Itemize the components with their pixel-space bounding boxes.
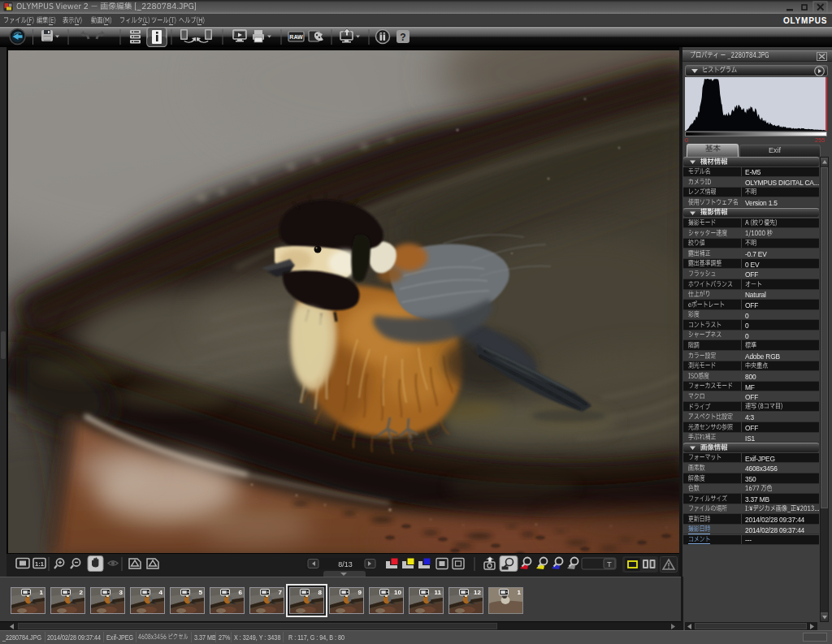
- svg-text:1: 1: [40, 589, 44, 596]
- svg-text:8: 8: [318, 589, 323, 596]
- svg-text:1: 1: [518, 589, 522, 596]
- svg-text:8/13: 8/13: [338, 560, 353, 568]
- svg-text:11: 11: [435, 589, 442, 596]
- svg-text:9: 9: [358, 589, 362, 596]
- svg-text:12: 12: [474, 589, 481, 596]
- svg-text:4: 4: [159, 589, 163, 596]
- svg-text:5: 5: [199, 589, 203, 596]
- svg-text:2: 2: [80, 589, 84, 596]
- svg-text:1:1: 1:1: [35, 560, 44, 568]
- svg-text:10: 10: [394, 589, 401, 596]
- svg-text:7: 7: [279, 589, 283, 596]
- svg-text:3: 3: [119, 589, 124, 596]
- svg-text:6: 6: [239, 589, 243, 596]
- svg-text:T: T: [607, 560, 612, 568]
